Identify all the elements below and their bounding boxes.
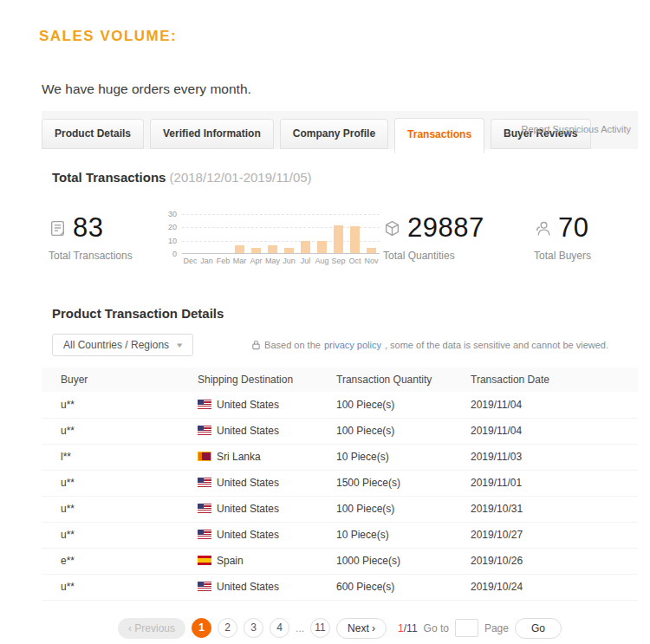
cube-icon (383, 219, 401, 237)
chart-column-nov (363, 214, 380, 253)
column-header-buyer: Buyer (42, 368, 198, 392)
cell-shipping-destination: Spain (198, 548, 336, 574)
x-tick-mar: Mar (231, 257, 248, 265)
cell-shipping-destination: United States (198, 470, 336, 496)
bar-sep (334, 225, 343, 253)
column-header-transaction-quantity: Transaction Quantity (336, 368, 471, 392)
bar-aug (317, 241, 327, 253)
cell-buyer: u** (42, 496, 198, 522)
cell-transaction-quantity: 1500 Piece(s) (336, 470, 471, 496)
bar-jun (284, 248, 294, 253)
stat-total-transactions: 83 Total Transactions (49, 212, 159, 262)
stat-value-total-buyers: 70 (558, 212, 588, 244)
column-header-transaction-date: Transaction Date (471, 368, 638, 392)
bar-oct (350, 226, 360, 253)
tab-list: Product DetailsVerified InformationCompa… (42, 118, 597, 149)
stat-label-total-buyers: Total Buyers (534, 250, 638, 262)
united-states-flag-icon (198, 400, 211, 409)
cell-shipping-destination: United States (198, 522, 336, 548)
buyer-icon (534, 219, 552, 237)
next-page-button[interactable]: Next › (336, 618, 387, 639)
y-tick-30: 30 (168, 210, 177, 218)
tab-bar: Product DetailsVerified InformationCompa… (42, 111, 638, 149)
y-tick-10: 10 (168, 237, 177, 245)
cell-transaction-quantity: 100 Piece(s) (336, 392, 471, 418)
table-row: e**Spain1000 Piece(s)2019/10/26 (42, 548, 638, 574)
cell-transaction-quantity: 10 Piece(s) (336, 522, 471, 548)
tab-product-details[interactable]: Product Details (42, 119, 144, 149)
x-tick-jun: Jun (281, 257, 297, 265)
chart-y-axis: 0102030 (161, 214, 179, 254)
cell-transaction-date: 2019/11/04 (471, 392, 638, 418)
column-header-shipping-destination: Shipping Destination (198, 368, 336, 392)
table-row: u**United States1500 Piece(s)2019/11/01 (42, 470, 638, 496)
chart-column-oct (347, 214, 363, 253)
tab-transactions[interactable]: Transactions (394, 118, 484, 153)
filter-row: All Countries / Regions ▾ Based on the p… (52, 334, 638, 356)
page-label: Page (484, 622, 509, 634)
x-tick-feb: Feb (215, 257, 231, 265)
bar-apr (251, 248, 261, 253)
stat-total-quantities: 29887 Total Quantities (383, 212, 513, 262)
page-position: 1/11 (398, 622, 417, 634)
page-button-2[interactable]: 2 (218, 618, 237, 638)
page-button-11[interactable]: 11 (310, 618, 330, 638)
tab-company-profile[interactable]: Company Profile (280, 119, 388, 149)
cell-transaction-date: 2019/10/27 (471, 522, 638, 548)
transactions-widget: Product DetailsVerified InformationCompa… (42, 111, 638, 639)
tab-verified-information[interactable]: Verified Information (150, 119, 274, 149)
previous-page-button[interactable]: ‹ Previous (118, 618, 185, 639)
cell-shipping-destination: United States (198, 392, 336, 418)
cell-shipping-destination: Sri Lanka (198, 444, 336, 470)
y-tick-0: 0 (172, 250, 177, 258)
report-suspicious-activity-link[interactable]: Report Suspicious Activity (521, 124, 631, 134)
x-tick-dec: Dec (182, 257, 198, 265)
chevron-down-icon: ▾ (177, 341, 182, 349)
page-button-3[interactable]: 3 (244, 618, 263, 638)
page-button-4[interactable]: 4 (270, 618, 289, 638)
cell-transaction-date: 2019/10/24 (471, 574, 638, 600)
country-region-dropdown[interactable]: All Countries / Regions ▾ (52, 334, 193, 356)
chart-column-jul (297, 214, 314, 253)
table-row: u**United States100 Piece(s)2019/11/04 (42, 418, 638, 444)
page-ellipsis: ... (296, 622, 304, 634)
chevron-right-icon: › (369, 622, 375, 634)
privacy-note-suffix: , some of the data is sensitive and cann… (385, 340, 608, 350)
total-transactions-title: Total Transactions (52, 170, 166, 185)
y-tick-20: 20 (168, 223, 177, 231)
cell-transaction-date: 2019/11/04 (471, 418, 638, 444)
chart-column-mar (231, 214, 248, 253)
chart-column-may (264, 214, 281, 253)
cell-transaction-quantity: 100 Piece(s) (336, 496, 471, 522)
chart-column-apr (248, 214, 264, 253)
cell-transaction-quantity: 100 Piece(s) (336, 418, 471, 444)
goto-page-input[interactable] (455, 619, 478, 637)
united-states-flag-icon (198, 478, 211, 487)
cell-transaction-date: 2019/10/31 (471, 496, 638, 522)
stat-value-total-transactions: 83 (73, 212, 103, 244)
date-range-value: (2018/12/01-2019/11/05) (170, 170, 312, 185)
table-header-row: Buyer Shipping Destination Transaction Q… (42, 368, 638, 392)
page-number-list: 1234...11 (192, 618, 330, 638)
chart-column-sep (330, 214, 347, 253)
go-button[interactable]: Go (515, 618, 562, 639)
cell-transaction-quantity: 1000 Piece(s) (336, 548, 471, 574)
chart-column-jun (281, 214, 297, 253)
table-row: u**United States10 Piece(s)2019/10/27 (42, 522, 638, 548)
stat-label-total-transactions: Total Transactions (49, 250, 159, 262)
pagination: ‹ Previous 1234...11 Next › 1/11 Go to P… (42, 618, 638, 639)
table-row: u**United States100 Piece(s)2019/10/31 (42, 496, 638, 522)
table-row: l**Sri Lanka10 Piece(s)2019/11/03 (42, 444, 638, 470)
bar-jul (301, 241, 310, 253)
page-title: SALES VOLUME: (39, 28, 177, 45)
sri-lanka-flag-icon (198, 452, 211, 461)
transactions-table: Buyer Shipping Destination Transaction Q… (42, 368, 638, 601)
united-states-flag-icon (198, 530, 211, 539)
bar-may (268, 245, 277, 253)
united-states-flag-icon (198, 426, 211, 435)
cell-shipping-destination: United States (198, 496, 336, 522)
privacy-policy-link[interactable]: privacy policy (324, 340, 381, 350)
chart-plot (182, 214, 380, 254)
cell-buyer: u** (42, 522, 198, 548)
page-button-1[interactable]: 1 (192, 618, 211, 638)
